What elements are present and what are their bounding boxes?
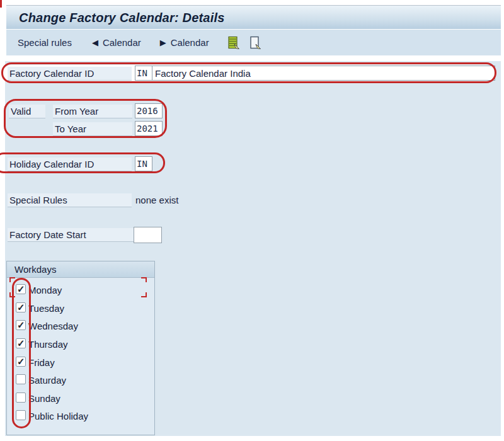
special-rules-value: none exist (135, 195, 178, 205)
special-rules-button[interactable]: Special rules (18, 37, 72, 48)
to-year-input[interactable] (135, 121, 163, 136)
checkbox-friday[interactable] (16, 357, 26, 367)
label-thursday: Thursday (28, 339, 68, 350)
next-calendar-button[interactable]: ▶ Calendar (160, 37, 209, 48)
label-monday: Monday (28, 285, 62, 295)
checkbox-wednesday[interactable] (16, 320, 26, 330)
label-wednesday: Wednesday (28, 321, 78, 331)
holiday-calendar-id-input[interactable] (135, 156, 152, 171)
label-tuesday: Tuesday (28, 303, 64, 314)
factory-calendar-id-input[interactable] (135, 66, 152, 81)
red-annotation-mark (0, 0, 2, 8)
page-pencil-icon[interactable] (248, 36, 262, 50)
from-year-input[interactable] (135, 103, 163, 118)
special-rules-label: Special Rules (8, 193, 132, 207)
checkbox-saturday[interactable] (16, 374, 26, 384)
application-toolbar: Special rules ◀ Calendar ▶ Calendar (6, 30, 501, 55)
holiday-calendar-id-label: Holiday Calendar ID (8, 158, 132, 171)
page-title: Change Factory Calendar: Details (19, 6, 225, 30)
checkbox-monday[interactable] (16, 284, 26, 294)
label-sunday: Sunday (28, 393, 60, 404)
previous-calendar-button[interactable]: ◀ Calendar (92, 37, 141, 48)
factory-calendar-id-label: Factory Calendar ID (8, 67, 132, 81)
checkbox-thursday[interactable] (16, 338, 26, 348)
label-saturday: Saturday (28, 375, 66, 386)
title-bar: Change Factory Calendar: Details (6, 5, 501, 29)
valid-label: Valid (9, 105, 45, 118)
factory-calendar-name-input[interactable] (152, 66, 495, 81)
triangle-right-icon: ▶ (160, 38, 166, 47)
checkbox-sunday[interactable] (16, 392, 26, 403)
checkbox-public-holiday[interactable] (16, 410, 26, 420)
factory-date-start-input[interactable] (134, 227, 162, 243)
factory-date-start-label: Factory Date Start (8, 228, 134, 242)
label-public-holiday: Public Holiday (28, 411, 88, 421)
label-friday: Friday (28, 357, 55, 368)
checkbox-tuesday[interactable] (16, 302, 26, 312)
triangle-left-icon: ◀ (92, 38, 98, 47)
sap-change-factory-calendar-window: Change Factory Calendar: Details Special… (0, 0, 504, 441)
to-year-label: To Year (53, 122, 132, 136)
workdays-groupbox-title: Workdays (7, 261, 154, 278)
green-calendar-pencil-icon[interactable] (227, 36, 241, 50)
from-year-label: From Year (53, 105, 132, 118)
